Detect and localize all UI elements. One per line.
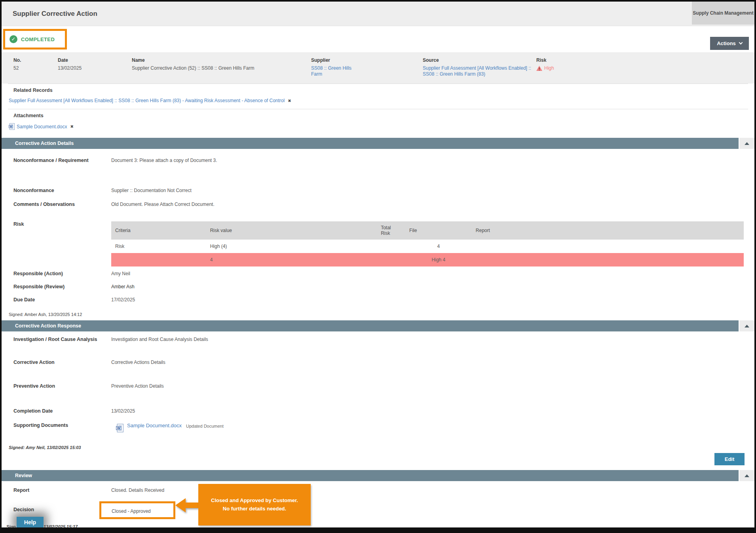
annotation-line-2: No further details needed.	[223, 505, 286, 513]
preventive-action-label: Preventive Action	[13, 383, 111, 389]
record-supplier-column: Supplier SS08 :: Green Hills Farm	[311, 57, 423, 77]
details-section-title: Corrective Action Details	[2, 138, 739, 149]
bottom-bar	[2, 527, 754, 531]
decision-value: Closed - Approved	[112, 508, 151, 514]
status-row: ✓ COMPLETED Actions	[2, 26, 754, 52]
due-date-value: 17/02/2025	[111, 297, 754, 303]
record-no-column: No. 52	[13, 57, 58, 77]
review-section-title: Review	[2, 470, 739, 481]
details-collapse-button[interactable]	[739, 138, 754, 149]
risk-total-file: High 4	[405, 253, 472, 266]
risk-col-report: Report	[472, 221, 744, 240]
due-date-label: Due Date	[13, 297, 111, 303]
risk-table-header-row: Criteria Risk value Total Risk File Repo…	[111, 221, 744, 240]
annotation-arrow-left-icon	[175, 498, 198, 512]
response-section-title: Corrective Action Response	[2, 320, 739, 331]
decision-label: Decision	[13, 501, 111, 512]
record-source-column: Source Supplier Full Assessment [All Wor…	[423, 57, 536, 77]
actions-button-label: Actions	[717, 40, 736, 46]
nonconformance-label: Nonconformance	[13, 188, 111, 193]
page-title: Supplier Corrective Action	[2, 10, 97, 18]
supplier-link[interactable]: SS08 :: Green Hills Farm	[311, 65, 351, 77]
risk-total-report	[472, 253, 744, 266]
response-section-bar: Corrective Action Response	[2, 320, 754, 331]
related-record-link[interactable]: Supplier Full Assessment [All Workflows …	[9, 98, 285, 103]
app-module-badge[interactable]: Supply Chain Management	[692, 2, 754, 25]
response-collapse-button[interactable]	[739, 320, 754, 331]
attachments-title: Attachments	[8, 113, 748, 118]
report-label: Report	[13, 487, 111, 493]
app-header: Supplier Corrective Action Supply Chain …	[2, 2, 754, 26]
risk-cell-report	[472, 240, 744, 253]
edit-button[interactable]: Edit	[714, 453, 745, 465]
risk-cell-file: 4	[405, 240, 472, 253]
responsible-action-value: Amy Neil	[111, 271, 754, 276]
risk-total-row: 4 High 4	[111, 253, 744, 266]
record-risk-label: Risk	[536, 57, 750, 63]
completion-date-value: 13/02/2025	[111, 408, 754, 414]
details-signed-line: Signed: Amber Ash, 13/20/2025 14:12	[2, 312, 754, 317]
record-supplier-label: Supplier	[311, 57, 419, 63]
triangle-up-icon	[745, 474, 749, 477]
svg-text:W: W	[117, 426, 121, 430]
status-badge: COMPLETED	[21, 36, 55, 42]
risk-col-criteria: Criteria	[111, 221, 206, 240]
risk-total-total-risk	[377, 253, 405, 266]
decision-highlight-box: Closed - Approved	[99, 501, 175, 519]
details-section-bar: Corrective Action Details	[2, 138, 754, 149]
investigation-label: Investigation / Root Cause Analysis	[13, 337, 111, 342]
record-name-value: Supplier Corrective Action (52) :: SS08 …	[132, 65, 268, 71]
risk-total-risk-value: 4	[206, 253, 377, 266]
svg-text:W: W	[9, 125, 12, 128]
corrective-action-value: Corrective Actions Details	[111, 360, 754, 365]
record-source-label: Source	[423, 57, 532, 63]
supporting-documents-label: Supporting Documents	[13, 423, 111, 428]
risk-col-risk-value: Risk value	[206, 221, 377, 240]
record-name-label: Name	[132, 57, 307, 63]
record-no-label: No.	[13, 57, 54, 63]
warning-triangle-icon	[536, 66, 542, 71]
record-date-value: 13/02/2025	[58, 65, 128, 71]
risk-cell-total-risk	[377, 240, 405, 253]
nonconformance-requirement-value: Document 3: Please attach a copy of Docu…	[111, 158, 754, 163]
source-link[interactable]: Supplier Full Assessment [All Workflows …	[423, 65, 531, 77]
attachment-item: W Sample Document.docx ✖	[8, 123, 748, 130]
risk-cell-risk-value: High (4)	[206, 240, 377, 253]
risk-matrix-label: Risk	[13, 221, 111, 227]
comments-observations-label: Comments / Observations	[13, 202, 111, 207]
response-fields: Investigation / Root Cause Analysis Inve…	[2, 331, 754, 465]
record-name-column: Name Supplier Corrective Action (52) :: …	[132, 57, 311, 77]
remove-related-record-icon[interactable]: ✖	[288, 99, 291, 103]
risk-col-file: File	[405, 221, 472, 240]
annotation-line-1: Closed and Approved by Customer.	[211, 497, 298, 505]
related-records-title: Related Records	[8, 88, 748, 93]
remove-attachment-icon[interactable]: ✖	[70, 124, 73, 129]
triangle-up-icon	[745, 142, 749, 145]
responsible-review-label: Responsible (Review)	[13, 284, 111, 289]
risk-total-criteria	[111, 253, 206, 266]
attachment-link[interactable]: Sample Document.docx	[17, 124, 67, 129]
record-date-label: Date	[58, 57, 128, 63]
response-signed-line: Signed: Amy Neil, 13/02/2025 15:03	[2, 445, 754, 450]
supporting-document-link[interactable]: Sample Document.docx	[127, 423, 182, 428]
risk-table: Criteria Risk value Total Risk File Repo…	[111, 221, 744, 266]
investigation-value: Investigation and Root Cause Analysis De…	[111, 337, 754, 342]
review-collapse-button[interactable]	[739, 470, 754, 481]
supplier-corrective-action-page: Supplier Corrective Action Supply Chain …	[0, 0, 756, 533]
check-circle-icon: ✓	[9, 35, 17, 43]
word-document-icon: W	[116, 424, 123, 432]
help-button[interactable]: Help	[17, 517, 44, 528]
details-fields: Nonconformance / Requirement Document 3:…	[2, 149, 754, 317]
preventive-action-value: Preventive Action Details	[111, 383, 754, 389]
related-records-section: Related Records Supplier Full Assessment…	[8, 84, 748, 109]
record-summary-band: No. 52 Date 13/02/2025 Name Supplier Cor…	[2, 52, 754, 84]
word-document-icon: W	[9, 123, 15, 130]
actions-button[interactable]: Actions	[710, 37, 749, 50]
responsible-review-value: Amber Ash	[111, 284, 754, 289]
responsible-action-label: Responsible (Action)	[13, 271, 111, 276]
related-record-item: Supplier Full Assessment [All Workflows …	[8, 98, 748, 103]
status-highlight-box: ✓ COMPLETED	[3, 29, 67, 49]
record-risk-value: High	[544, 65, 554, 71]
completion-date-label: Completion Date	[13, 408, 111, 414]
annotation-callout: Closed and Approved by Customer. No furt…	[198, 484, 311, 525]
